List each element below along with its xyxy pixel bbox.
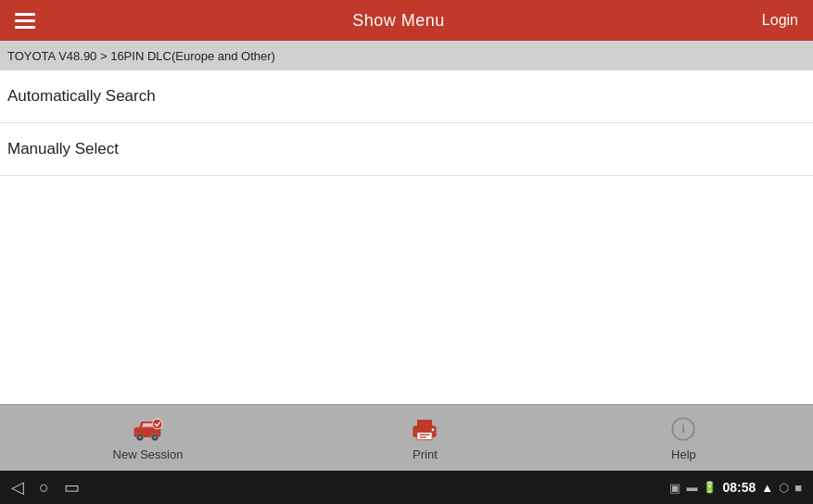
nav-left-icons: ◁ ○ ▭ bbox=[11, 477, 80, 498]
screen-icon: ▬ bbox=[686, 481, 697, 494]
auto-search-item[interactable]: Automatically Search bbox=[0, 70, 813, 123]
svg-rect-7 bbox=[417, 420, 432, 427]
manual-select-item[interactable]: Manually Select bbox=[0, 123, 813, 176]
print-icon bbox=[408, 414, 441, 444]
info-icon: i bbox=[667, 414, 700, 444]
breadcrumb: TOYOTA V48.90 > 16PIN DLC(Europe and Oth… bbox=[7, 49, 275, 63]
login-button[interactable]: Login bbox=[762, 12, 798, 29]
home-icon[interactable]: ○ bbox=[39, 478, 49, 498]
svg-rect-8 bbox=[417, 433, 432, 440]
svg-point-11 bbox=[432, 429, 435, 432]
help-label: Help bbox=[671, 447, 696, 461]
back-icon[interactable]: ◁ bbox=[11, 477, 24, 498]
svg-point-5 bbox=[153, 419, 163, 429]
help-button[interactable]: i Help bbox=[648, 414, 718, 461]
hamburger-menu-icon[interactable] bbox=[15, 13, 35, 29]
header-title: Show Menu bbox=[352, 11, 445, 31]
header-bar: Show Menu Login bbox=[0, 0, 813, 41]
android-nav-bar: ◁ ○ ▭ ▣ ▬ 🔋 08:58 ▲ ⬡ ■ bbox=[0, 471, 813, 504]
wifi-icon: ▲ bbox=[761, 481, 773, 495]
bluetooth-icon: ⬡ bbox=[779, 481, 789, 495]
new-session-button[interactable]: New Session bbox=[95, 414, 202, 461]
svg-point-2 bbox=[139, 435, 143, 439]
print-button[interactable]: Print bbox=[389, 414, 460, 461]
new-session-label: New Session bbox=[113, 447, 184, 461]
clock: 08:58 bbox=[722, 480, 756, 495]
main-content: Automatically Search Manually Select bbox=[0, 70, 813, 404]
battery-level-icon: ■ bbox=[794, 481, 802, 495]
signal-icon: ▣ bbox=[669, 481, 680, 495]
bottom-toolbar: New Session Print i bbox=[0, 404, 813, 471]
nav-right-icons: ▣ ▬ 🔋 08:58 ▲ ⬡ ■ bbox=[669, 480, 802, 495]
car-icon bbox=[131, 414, 164, 444]
recents-icon[interactable]: ▭ bbox=[64, 477, 80, 498]
breadcrumb-bar: TOYOTA V48.90 > 16PIN DLC(Europe and Oth… bbox=[0, 41, 813, 70]
svg-point-4 bbox=[154, 435, 158, 439]
svg-text:i: i bbox=[681, 422, 685, 436]
status-icons: ▣ ▬ 🔋 08:58 ▲ ⬡ ■ bbox=[669, 480, 802, 495]
battery-icon: 🔋 bbox=[703, 481, 717, 494]
print-label: Print bbox=[413, 447, 438, 461]
